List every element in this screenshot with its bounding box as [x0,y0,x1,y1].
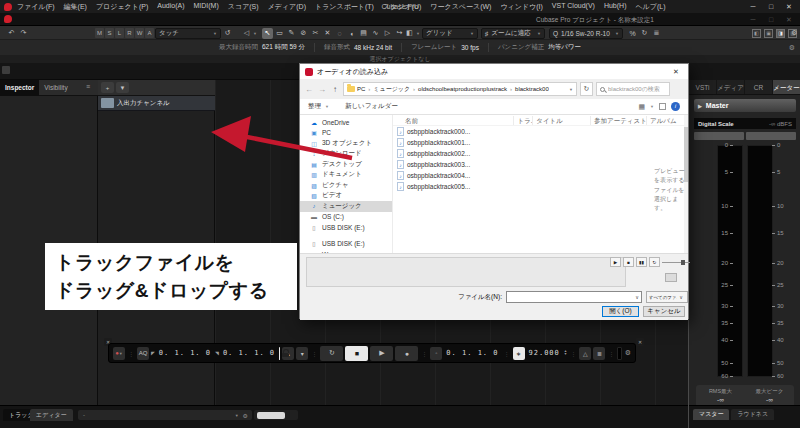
maximize-icon[interactable]: □ [762,13,780,26]
minimize-icon[interactable]: ─ [744,0,762,13]
tool-button[interactable]: ✕ [322,28,333,39]
address-bar[interactable]: PCミュージックoldschoolbeatproductionplustrack… [343,82,577,96]
sidebar-item[interactable]: ◫ 3D オブジェクト [300,138,392,149]
file-name-input[interactable] [507,294,635,300]
tempo-track-button[interactable]: ∗ [513,347,525,360]
column-header[interactable]: タイトル [533,116,591,125]
minimize-icon[interactable]: - [83,412,85,418]
maximize-icon[interactable]: □ [762,0,780,13]
sidebar-item[interactable]: ▥ ドキュメント [300,170,392,181]
file-row[interactable]: ♪ osbppblacktrack005... [393,181,688,192]
open-button[interactable]: 開く(O) [602,306,639,317]
sidebar-item[interactable]: ▤ デスクトップ [300,159,392,170]
left-locator[interactable]: 0. 1. 1. 0 [157,349,213,357]
gear-icon[interactable]: ⚙ [243,412,248,419]
play-button[interactable]: ▶ [610,257,621,267]
close-icon[interactable]: ✕ [664,64,688,79]
pause-button[interactable]: ▮▮ [636,257,647,267]
tool-button[interactable]: ✎ [286,28,297,39]
menu-item[interactable]: ウィンドウ(I) [500,2,542,12]
sidebar-item[interactable]: ▯ USB DISK (E:) [300,222,392,233]
preview-option-button[interactable] [665,273,677,282]
menu-item[interactable]: VST Cloud(V) [552,2,595,12]
tool-button[interactable]: ◖ [346,28,357,39]
search-input[interactable] [608,86,666,92]
stop-button[interactable]: ■ [623,257,634,267]
breadcrumb-segment[interactable]: PC [357,86,365,92]
position-display[interactable]: 0. 1. 1. 0 [444,349,500,357]
right-zone-tab[interactable]: VSTi [689,80,717,94]
tool-button[interactable]: ↖ [262,28,273,39]
master-channel-header[interactable]: ▶ Master [694,99,796,112]
marker-button[interactable]: ◦ [430,347,442,360]
right-zone-tab[interactable]: メディア [717,80,745,94]
organize-button[interactable]: 整理 [308,102,321,111]
tool-button[interactable]: ◌ [334,28,345,39]
minimize-icon[interactable]: ─ [744,13,762,26]
file-row[interactable]: ♪ osbppblacktrack004... [393,170,688,181]
metronome-button[interactable]: △ [579,347,591,360]
back-icon[interactable]: ← [304,85,314,94]
gear-icon[interactable]: ⚙ [789,44,795,52]
cycle-button[interactable]: ↻ [320,346,343,361]
tempo-spinner[interactable]: ▲ ▼ [564,350,567,356]
file-row[interactable]: ♪ osbppblacktrack003... [393,159,688,170]
sidebar-item[interactable]: ▬ OS (C:) [300,212,392,223]
meter-mode-button[interactable] [746,132,796,140]
forward-icon[interactable]: → [317,85,327,94]
column-header[interactable]: トラ... [514,116,533,125]
tool-button[interactable]: ✂ [310,28,321,39]
sync-button[interactable]: ≣ [593,347,605,360]
menu-item[interactable]: MIDI(M) [194,2,219,12]
layout-toggle-icon[interactable]: ◨ [776,29,785,38]
add-track-button[interactable]: + [101,82,114,93]
sidebar-item[interactable]: ▯ USB DISK (E:) [300,239,392,250]
close-icon[interactable]: ✕ [780,0,798,13]
gear-icon[interactable]: ⚙ [625,349,631,357]
automation-button[interactable]: R [125,28,134,38]
menu-item[interactable]: プロジェクト(P) [96,2,148,12]
tool-button[interactable]: ⊘ [298,28,309,39]
hamburger-icon[interactable]: ≡ [86,83,94,90]
tempo-display[interactable]: 92.000 [527,349,562,357]
column-header[interactable]: 名前 [393,116,514,125]
file-row[interactable]: ♪ osbppblacktrack002... [393,148,688,159]
sidebar-item[interactable]: ♪ ミュージック [300,201,392,212]
tool-button[interactable]: ▭ [274,28,285,39]
menu-item[interactable]: Hub(H) [604,2,627,12]
auto-quantize-button[interactable]: AQ [137,347,149,360]
new-folder-button[interactable]: 新しいフォルダー [345,102,398,111]
column-header[interactable]: 参加アーティスト [591,116,647,125]
file-type-dropdown[interactable]: すべてのファイル : (*.wav;*.aif;*.ai ∨ [646,291,688,303]
automation-button[interactable]: W [135,28,144,38]
color-bucket-icon[interactable]: ◧ [404,28,415,39]
right-zone-tab[interactable]: メーター [773,80,800,94]
search-box[interactable] [596,82,670,96]
chevron-down-icon[interactable]: ▼ [569,87,573,92]
automation-button[interactable]: L [115,28,124,38]
redo-icon[interactable]: ↷ [18,28,29,39]
breadcrumb-segment[interactable]: ミュージック [365,85,410,94]
punch-in-icon[interactable]: ◤ [151,350,155,356]
help-icon[interactable]: i [671,102,680,111]
menu-item[interactable]: スタジオ(U) [383,2,421,12]
menu-item[interactable]: 編集(E) [64,2,87,12]
sidebar-item[interactable]: ▣ PC [300,128,392,139]
undo-icon[interactable]: ↶ [6,28,17,39]
automation-mode-dropdown[interactable]: タッチ ▼ [155,28,221,39]
inspector-tab[interactable]: Visibility [39,80,72,96]
breadcrumb-segment[interactable]: oldschoolbeatproductionplustrack [410,86,507,92]
play-button[interactable]: ▶ [370,346,393,361]
menu-item[interactable]: スコア(S) [228,2,259,12]
close-icon[interactable]: ✕ [780,13,798,26]
tab-editor[interactable]: エディター [30,409,73,421]
speaker-icon[interactable]: ◁ [241,28,252,39]
sidebar-item[interactable]: ▧ ビデオ [300,191,392,202]
slider-thumb[interactable] [681,260,685,265]
locator-down-button[interactable]: ▾ [296,347,308,360]
file-row[interactable]: ♪ osbppblacktrack001... [393,137,688,148]
tool-button[interactable]: ▷ [382,28,393,39]
quantize-option-icon[interactable]: % [627,28,638,39]
automation-button[interactable]: A [145,28,154,38]
right-locator[interactable]: 0. 1. 1. 0 [221,349,277,357]
